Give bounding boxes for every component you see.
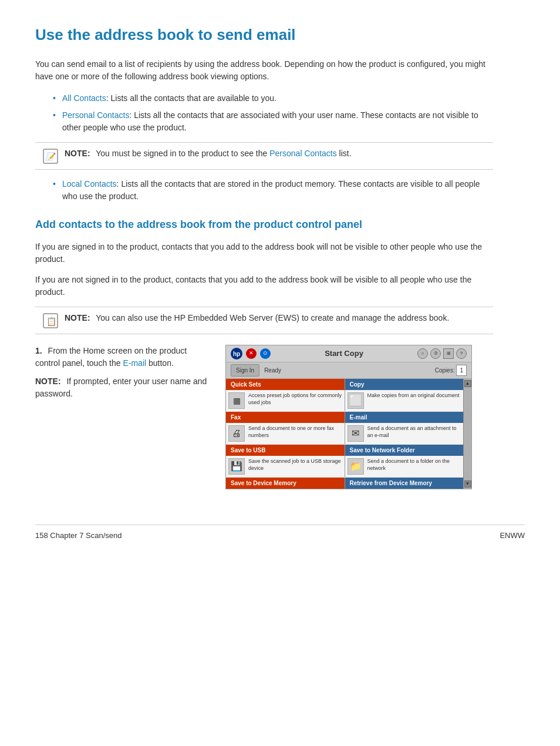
note-2-content: NOTE: You can also use the HP Embedded W… [65,312,449,324]
note-2-text: You can also use the HP Embedded Web Ser… [96,313,449,322]
screen-device-memory-section: Save to Device Memory [226,478,345,489]
screen-email-section: E-mail ✉ Send a document as an attachmen… [345,412,464,444]
screen-copy-header: Copy [345,379,464,390]
step-1-text-area: 1. From the Home screen on the product c… [35,345,211,400]
screen-fax-text: Send a document to one or more fax numbe… [248,425,342,439]
screen-main-area: Quick Sets ▦ Access preset job options f… [226,379,471,489]
screen-copies-value: 1 [456,365,467,376]
section2-title: Add contacts to the address book from th… [35,217,525,233]
screen-copy-section: Copy ⬜ Make copies from an original docu… [345,379,464,411]
step-1-paragraph: 1. From the Home screen on the product c… [35,345,211,369]
bullet-all-contacts-text: : Lists all the contacts that are availa… [106,93,276,103]
screen-btn-help[interactable]: ? [456,348,467,359]
screen-statusbar: Sign In Ready Copies: 1 [226,362,471,379]
local-contacts-link[interactable]: Local Contacts [62,179,117,189]
screen-copies-label: Copies: [435,367,455,374]
hp-logo: hp [231,348,242,359]
screen-fax-header: Fax [226,412,345,423]
screen-ready-status: Ready [264,366,281,375]
section2-para1: If you are signed in to the product, con… [35,241,493,266]
screen-copy-text: Make copies from an original document [367,392,460,399]
screen-copies: Copies: 1 [435,365,467,376]
screen-email-content[interactable]: ✉ Send a document as an attachment to an… [345,423,464,444]
screen-topbar: hp ✕ ⊙ Start Copy ○ ② ⊞ ? [226,345,471,362]
section2-para2: If you are not signed in to the product,… [35,274,493,298]
screen-quick-sets-header: Quick Sets [226,379,345,390]
step-1-email-link[interactable]: E-mail [123,358,146,368]
screen-email-icon: ✉ [348,425,364,442]
screen-icon-blue: ⊙ [260,348,271,359]
all-contacts-link[interactable]: All Contacts [62,93,106,103]
bullet-local-contacts: Local Contacts: Lists all the contacts t… [53,178,493,203]
screen-network-folder-icon: 📁 [348,458,364,475]
bullet-list-2: Local Contacts: Lists all the contacts t… [53,178,525,203]
step-1-number: 1. [35,346,42,355]
screen-retrieve-memory-header: Retrieve from Device Memory [345,478,464,489]
screen-network-folder-text: Send a document to a folder on the netwo… [367,458,461,472]
screen-btn-square[interactable]: ⊞ [443,348,454,359]
note-2-label: NOTE: [65,313,90,322]
page-footer: 158 Chapter 7 Scan/send ENWW [35,525,525,542]
svg-text:📋: 📋 [46,317,57,327]
screen-btn-circle1[interactable]: ○ [417,348,428,359]
note-1-link[interactable]: Personal Contacts [269,149,336,158]
screen-scroll-down[interactable]: ▼ [464,480,471,488]
screen-icon-red: ✕ [246,348,257,359]
screen-grid: Quick Sets ▦ Access preset job options f… [226,379,463,489]
screen-network-folder-section: Save to Network Folder 📁 Send a document… [345,445,464,477]
screen-copy-content[interactable]: ⬜ Make copies from an original document [345,390,464,411]
bullet-list-1: All Contacts: Lists all the contacts tha… [53,92,525,134]
bullet-all-contacts: All Contacts: Lists all the contacts tha… [53,92,493,105]
steps-container: 1. From the Home screen on the product c… [35,345,525,489]
note-1-content: NOTE: You must be signed in to the produ… [65,147,352,160]
screen-network-folder-content[interactable]: 📁 Send a document to a folder on the net… [345,456,464,477]
screen-copy-icon: ⬜ [348,392,364,409]
screen-fax-content[interactable]: 🖨 Send a document to one or more fax num… [226,423,345,444]
screen-scrollbar[interactable]: ▲ ▼ [463,379,471,489]
bullet-local-contacts-text: : Lists all the contacts that are stored… [62,179,480,201]
screen-quick-sets-icon: ▦ [228,392,245,409]
screen-usb-content[interactable]: 💾 Save the scanned job to a USB storage … [226,456,345,477]
note-icon-2: 📋 [42,312,59,329]
personal-contacts-link[interactable]: Personal Contacts [62,110,129,120]
note-box-1: 📝 NOTE: You must be signed in to the pro… [35,142,493,170]
footer-right: ENWW [500,530,525,542]
product-screen: hp ✕ ⊙ Start Copy ○ ② ⊞ ? Sign In Ready … [225,345,472,489]
screen-quick-sets-content[interactable]: ▦ Access preset job options for commonly… [226,390,345,411]
bullet-personal-contacts: Personal Contacts: Lists all the contact… [53,109,493,134]
screen-usb-icon: 💾 [228,458,245,475]
screen-btn-circle2[interactable]: ② [430,348,441,359]
page-title: Use the address book to send email [35,23,525,46]
svg-text:📝: 📝 [45,152,57,162]
step-1-note: NOTE: If prompted, enter your user name … [35,375,211,400]
step-1-note-label: NOTE: [35,377,61,386]
screen-usb-text: Save the scanned job to a USB storage de… [248,458,342,472]
screen-fax-section: Fax 🖨 Send a document to one or more fax… [226,412,345,444]
screen-quick-sets-text: Access preset job options for commonly u… [248,392,342,406]
screen-fax-icon: 🖨 [228,425,245,442]
note-1-text2: list. [339,149,352,158]
screen-email-text: Send a document as an attachment to an e… [367,425,461,439]
screen-retrieve-memory-section: Retrieve from Device Memory [345,478,464,489]
screen-quick-sets-section: Quick Sets ▦ Access preset job options f… [226,379,345,411]
note-1-label: NOTE: [65,149,90,158]
screen-scroll-up[interactable]: ▲ [464,380,471,387]
screen-usb-section: Save to USB 💾 Save the scanned job to a … [226,445,345,477]
screen-device-memory-header: Save to Device Memory [226,478,345,489]
footer-left: 158 Chapter 7 Scan/send [35,530,122,542]
screen-email-header: E-mail [345,412,464,423]
note-1-text: You must be signed in to the product to … [96,149,267,158]
screen-title: Start Copy [274,348,414,359]
screen-usb-header: Save to USB [226,445,345,456]
screen-signin-button[interactable]: Sign In [231,364,259,377]
screen-top-buttons: ○ ② ⊞ ? [417,348,467,359]
intro-paragraph: You can send email to a list of recipien… [35,58,493,83]
screen-network-folder-header: Save to Network Folder [345,445,464,456]
note-icon-1: 📝 [42,148,59,164]
step-1-text2: button. [149,358,174,368]
note-box-2: 📋 NOTE: You can also use the HP Embedded… [35,307,493,334]
